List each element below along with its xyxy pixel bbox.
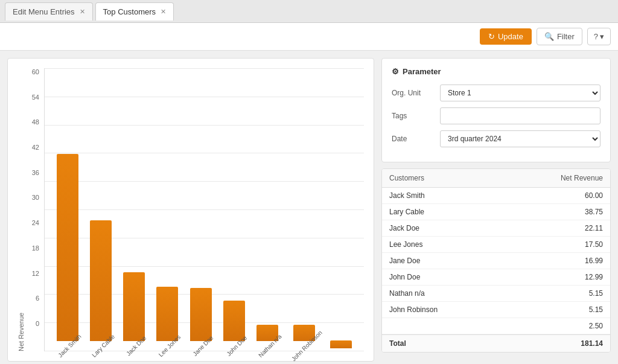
- revenue-cell: 2.50: [549, 322, 603, 330]
- tab-edit-menu[interactable]: Edit Menu Entries ✕: [5, 2, 93, 21]
- table-header: Customers Net Revenue: [382, 169, 610, 188]
- table-row: Lee Jones 17.50: [382, 237, 610, 253]
- table-row: Lary Cable 38.75: [382, 204, 610, 220]
- bar[interactable]: [330, 340, 352, 348]
- table-row: Jack Doe 22.11: [382, 220, 610, 237]
- bar-group: Jack Doe: [118, 272, 151, 351]
- bar-group: Lee Jones: [151, 287, 184, 351]
- bar-group: John Doe: [217, 301, 250, 351]
- param-date-row: Date 3rd quarter 2024: [392, 130, 600, 147]
- customer-cell: John Robinson: [389, 305, 549, 314]
- table-panel: Customers Net Revenue Jack Smith 60.00 L…: [381, 168, 611, 353]
- customer-cell: [389, 322, 549, 330]
- customer-cell: John Doe: [389, 273, 549, 281]
- table-row: 2.50: [382, 318, 610, 334]
- total-label: Total: [389, 339, 549, 348]
- revenue-cell: 16.99: [549, 257, 603, 265]
- chart-area: Net Revenue 60 54 48 42 36 30 24 18 12 6…: [18, 68, 364, 351]
- param-icon: ⚙: [392, 67, 399, 76]
- customer-cell: Lee Jones: [389, 240, 549, 249]
- y-axis-label: Net Revenue: [18, 68, 25, 351]
- bars-row: Jack SmithLary CableJack DoeLee JonesJan…: [45, 68, 364, 351]
- revenue-cell: 60.00: [549, 191, 603, 200]
- bar-group: [325, 340, 358, 351]
- chart-panel: Net Revenue 60 54 48 42 36 30 24 18 12 6…: [7, 58, 374, 362]
- param-org-unit-label: Org. Unit: [392, 89, 440, 97]
- param-date-label: Date: [392, 135, 440, 143]
- bar[interactable]: [123, 272, 145, 341]
- param-panel: ⚙ Parameter Org. Unit Store 1 Tags Date …: [381, 58, 611, 162]
- bar[interactable]: [90, 220, 112, 341]
- bar-group: Jack Smith: [51, 154, 84, 351]
- filter-label: Filter: [557, 32, 575, 41]
- tab-bar: Edit Menu Entries ✕ Top Customers ✕: [0, 0, 618, 23]
- help-button[interactable]: ? ▾: [587, 28, 611, 45]
- update-icon: ↻: [488, 32, 495, 41]
- y-tick: 54: [32, 94, 39, 101]
- table-body: Jack Smith 60.00 Lary Cable 38.75 Jack D…: [382, 188, 610, 334]
- right-panel: ⚙ Parameter Org. Unit Store 1 Tags Date …: [381, 58, 611, 362]
- table-row: John Doe 12.99: [382, 269, 610, 286]
- param-date-select[interactable]: 3rd quarter 2024: [440, 130, 600, 147]
- table-row: Nathan n/a 5.15: [382, 286, 610, 302]
- bar[interactable]: [57, 154, 78, 341]
- col-revenue-header: Net Revenue: [549, 174, 603, 182]
- revenue-cell: 38.75: [549, 208, 603, 216]
- y-tick: 12: [32, 270, 39, 277]
- y-tick: 24: [32, 219, 39, 226]
- tab-top-customers-label: Top Customers: [103, 7, 156, 16]
- y-tick: 30: [32, 194, 39, 201]
- param-title: ⚙ Parameter: [392, 67, 600, 76]
- tab-top-customers[interactable]: Top Customers ✕: [95, 2, 174, 21]
- tab-top-customers-close[interactable]: ✕: [161, 8, 166, 16]
- filter-icon: 🔍: [544, 32, 554, 41]
- chart-inner: Jack SmithLary CableJack DoeLee JonesJan…: [44, 68, 364, 351]
- table-row: Jack Smith 60.00: [382, 188, 610, 204]
- y-tick: 60: [32, 68, 39, 75]
- tab-edit-menu-close[interactable]: ✕: [80, 8, 85, 16]
- customer-cell: Nathan n/a: [389, 289, 549, 298]
- revenue-cell: 17.50: [549, 240, 603, 249]
- customer-cell: Jack Doe: [389, 224, 549, 232]
- bar-group: Jane Doe: [184, 288, 217, 351]
- bar-group: Nathan n/a: [251, 325, 284, 351]
- param-tags-row: Tags: [392, 107, 600, 124]
- customer-cell: Lary Cable: [389, 208, 549, 216]
- toolbar: ↻ Update 🔍 Filter ? ▾: [0, 23, 618, 51]
- table-row: Jane Doe 16.99: [382, 253, 610, 269]
- revenue-cell: 5.15: [549, 305, 603, 314]
- filter-button[interactable]: 🔍 Filter: [537, 28, 582, 45]
- bar-group: Lary Cable: [84, 220, 117, 351]
- param-tags-input[interactable]: [440, 107, 600, 124]
- customer-cell: Jack Smith: [389, 191, 549, 200]
- param-tags-label: Tags: [392, 112, 440, 120]
- update-button[interactable]: ↻ Update: [480, 28, 532, 45]
- y-tick: 6: [36, 295, 39, 302]
- bar[interactable]: [190, 288, 212, 341]
- revenue-cell: 5.15: [549, 289, 603, 298]
- update-label: Update: [498, 32, 523, 41]
- y-tick: 36: [32, 169, 39, 176]
- bar-group: John Robinson: [284, 325, 325, 351]
- help-label: ?: [594, 32, 598, 41]
- col-customer-header: Customers: [389, 174, 549, 182]
- param-org-unit-select[interactable]: Store 1: [440, 85, 600, 101]
- param-org-unit-row: Org. Unit Store 1: [392, 85, 600, 101]
- y-tick: 48: [32, 118, 39, 126]
- bar[interactable]: [156, 287, 178, 341]
- customer-cell: Jane Doe: [389, 257, 549, 265]
- y-tick: 0: [36, 320, 39, 327]
- revenue-cell: 22.11: [549, 224, 603, 232]
- tab-edit-menu-label: Edit Menu Entries: [13, 7, 75, 16]
- y-tick: 42: [32, 144, 39, 151]
- main-content: Net Revenue 60 54 48 42 36 30 24 18 12 6…: [0, 51, 618, 364]
- table-footer: Total 181.14: [382, 334, 610, 352]
- table-row: John Robinson 5.15: [382, 302, 610, 318]
- y-tick: 18: [32, 244, 39, 252]
- chevron-down-icon: ▾: [600, 32, 604, 41]
- bars-container: Jack SmithLary CableJack DoeLee JonesJan…: [44, 68, 364, 351]
- revenue-cell: 12.99: [549, 273, 603, 281]
- y-axis: 60 54 48 42 36 30 24 18 12 6 0: [27, 68, 44, 351]
- total-value: 181.14: [549, 339, 603, 348]
